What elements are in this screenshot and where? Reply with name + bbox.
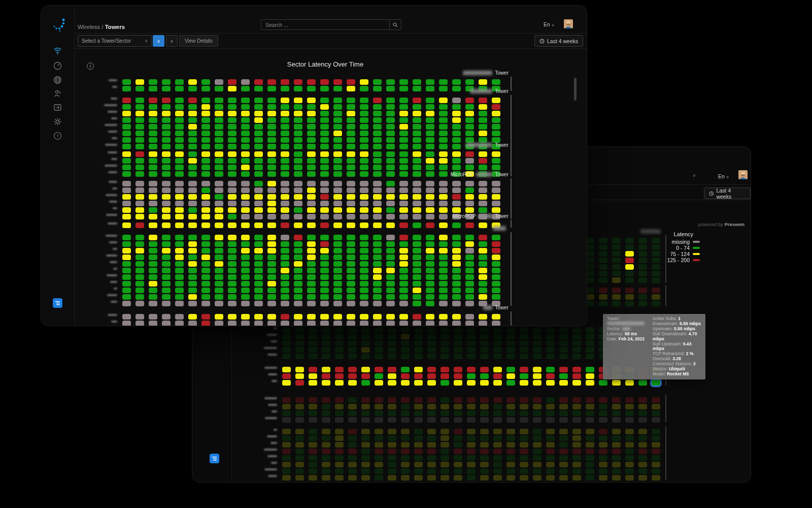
heatmap-cell[interactable] [652, 277, 660, 283]
heatmap-cell[interactable] [559, 354, 568, 359]
heatmap-cell[interactable] [413, 321, 421, 326]
heatmap-cell[interactable] [467, 475, 476, 481]
heatmap-cell[interactable] [533, 475, 542, 481]
heatmap-cell[interactable] [467, 354, 476, 359]
heatmap-cell[interactable] [441, 354, 449, 359]
heatmap-cell[interactable] [294, 321, 302, 326]
heatmap-cell[interactable] [136, 321, 144, 326]
heatmap-cell[interactable] [533, 354, 542, 359]
heatmap-cell[interactable] [388, 380, 396, 386]
heatmap-cell[interactable] [559, 380, 568, 386]
heatmap-cell[interactable] [506, 354, 515, 359]
heatmap-cell[interactable] [388, 354, 396, 359]
heatmap-cell[interactable] [572, 380, 581, 386]
heatmap-cell[interactable] [454, 475, 462, 481]
heatmap-cell[interactable] [652, 417, 660, 423]
heatmap-cell[interactable] [638, 301, 647, 306]
heatmap-cell[interactable] [361, 380, 370, 386]
heatmap-cell[interactable] [267, 321, 276, 326]
heatmap-cell[interactable] [559, 475, 568, 481]
heatmap-cell[interactable] [360, 321, 368, 326]
heatmap-cell[interactable] [348, 380, 357, 386]
heatmap-cell[interactable] [546, 380, 555, 386]
heatmap-cell[interactable] [520, 417, 528, 423]
heatmap-cell[interactable] [479, 321, 487, 326]
heatmap-cell[interactable] [386, 321, 395, 326]
heatmap-cell[interactable] [559, 417, 568, 423]
heatmap-cell[interactable] [282, 475, 291, 481]
heatmap-cell[interactable] [625, 475, 634, 481]
heatmap-cell[interactable] [638, 475, 647, 481]
heatmap-cell[interactable] [322, 354, 330, 359]
heatmap-cell[interactable] [586, 417, 594, 423]
heatmap-cell[interactable] [467, 417, 476, 423]
heatmap-cell[interactable] [586, 354, 594, 359]
heatmap-cell[interactable] [201, 321, 210, 326]
heatmap-cell[interactable] [612, 417, 621, 423]
heatmap-cell[interactable] [399, 321, 408, 326]
heatmap-cell[interactable] [375, 475, 383, 481]
heatmap-cell[interactable] [599, 475, 607, 481]
heatmap-cell[interactable] [309, 380, 317, 386]
heatmap-cell[interactable] [254, 321, 263, 326]
heatmap-cell[interactable] [401, 417, 410, 423]
heatmap-cell[interactable] [361, 354, 370, 359]
heatmap-cell[interactable] [282, 380, 291, 386]
heatmap-cell[interactable] [572, 417, 581, 423]
heatmap-cell[interactable] [361, 417, 370, 423]
heatmap-cell[interactable] [309, 354, 317, 359]
heatmap-cell[interactable] [188, 321, 197, 326]
heatmap-cell[interactable] [388, 417, 396, 423]
heatmap-cell[interactable] [441, 417, 449, 423]
heatmap-cell[interactable] [599, 301, 607, 306]
heatmap-cell[interactable] [282, 354, 291, 359]
heatmap-cell[interactable] [414, 475, 423, 481]
heatmap-cell[interactable] [652, 301, 660, 306]
heatmap-cell[interactable] [375, 380, 383, 386]
heatmap-cell[interactable] [295, 417, 304, 423]
heatmap-cell[interactable] [295, 380, 304, 386]
heatmap-cell[interactable] [599, 417, 607, 423]
heatmap-cell[interactable] [215, 321, 223, 326]
heatmap-cell[interactable] [414, 354, 423, 359]
heatmap-cell[interactable] [427, 380, 436, 386]
heatmap-cell[interactable] [506, 475, 515, 481]
heatmap-cell[interactable] [625, 380, 634, 386]
heatmap-cell[interactable] [335, 354, 344, 359]
heatmap-cell[interactable] [401, 354, 410, 359]
heatmap-cell[interactable] [652, 380, 660, 386]
heatmap-cell[interactable] [454, 380, 462, 386]
heatmap-cell[interactable] [546, 354, 555, 359]
heatmap-cell[interactable] [441, 380, 449, 386]
heatmap-cell[interactable] [506, 380, 515, 386]
heatmap-cell[interactable] [533, 380, 542, 386]
heatmap-cell[interactable] [361, 475, 370, 481]
heatmap-cell[interactable] [612, 301, 621, 306]
heatmap-cell[interactable] [281, 321, 289, 326]
heatmap-cell[interactable] [612, 380, 621, 386]
heatmap-cell[interactable] [348, 417, 357, 423]
heatmap-cell[interactable] [520, 354, 528, 359]
heatmap-cell[interactable] [493, 354, 502, 359]
heatmap-cell[interactable] [493, 417, 502, 423]
heatmap-cell[interactable] [480, 380, 489, 386]
heatmap-cell[interactable] [493, 475, 502, 481]
heatmap-cell[interactable] [122, 321, 131, 326]
heatmap-cell[interactable] [322, 475, 330, 481]
scrollbar-thumb[interactable] [574, 78, 577, 101]
heatmap-cell[interactable] [228, 321, 236, 326]
heatmap-cell[interactable] [149, 321, 157, 326]
heatmap-cell[interactable] [586, 380, 594, 386]
heatmap-cell[interactable] [307, 321, 316, 326]
heatmap-cell[interactable] [375, 417, 383, 423]
back-chat-widget-button[interactable] [210, 454, 219, 463]
heatmap-cell[interactable] [295, 475, 304, 481]
heatmap-cell[interactable] [638, 417, 647, 423]
heatmap-cell[interactable] [467, 380, 476, 386]
heatmap-cell[interactable] [241, 321, 250, 326]
heatmap-cell[interactable] [427, 475, 436, 481]
heatmap-cell[interactable] [322, 417, 330, 423]
heatmap-cell[interactable] [348, 475, 357, 481]
heatmap-cell[interactable] [427, 354, 436, 359]
heatmap-cell[interactable] [638, 380, 647, 386]
